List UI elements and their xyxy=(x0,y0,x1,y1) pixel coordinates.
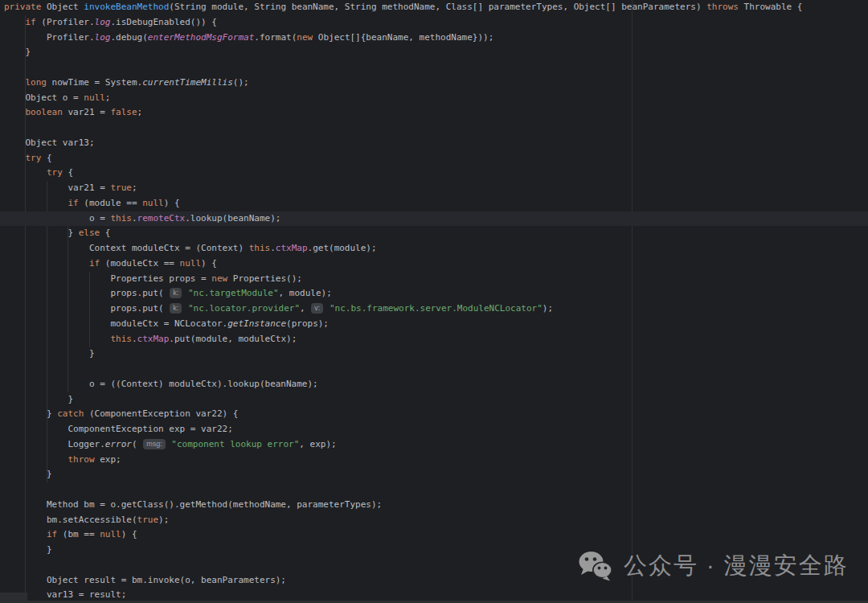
code-token: ); xyxy=(542,303,553,314)
code-token: null xyxy=(180,258,202,269)
code-line[interactable]: } xyxy=(0,392,868,408)
code-token xyxy=(4,198,68,208)
code-line[interactable]: try { xyxy=(0,151,868,166)
code-line-highlighted[interactable]: o = this.remoteCtx.lookup(beanName); xyxy=(0,211,868,227)
code-line[interactable]: Object o = null; xyxy=(0,91,868,106)
code-token: this xyxy=(249,243,271,253)
code-line[interactable] xyxy=(0,60,868,76)
code-token: props.put( xyxy=(4,288,169,298)
code-token: this xyxy=(110,334,132,344)
code-token: ( xyxy=(132,439,142,449)
code-line[interactable]: Logger.error( msg: "component lookup err… xyxy=(0,437,868,453)
code-line[interactable]: Object var13; xyxy=(0,136,868,151)
code-token: new xyxy=(211,273,227,284)
code-line[interactable]: Context moduleCtx = (Context) this.ctxMa… xyxy=(0,241,868,256)
code-line[interactable]: } xyxy=(0,467,868,482)
code-token: bm.setAccessible( xyxy=(4,515,137,525)
code-line[interactable]: if (moduleCtx == null) { xyxy=(0,256,868,272)
code-token: nowTime = System. xyxy=(47,77,142,88)
code-token: .format( xyxy=(254,32,297,43)
code-token: (moduleCtx == xyxy=(100,258,179,269)
code-line[interactable]: moduleCtx = NCLocator.getInstance(props)… xyxy=(0,317,868,332)
code-line[interactable]: try { xyxy=(0,166,868,181)
code-line[interactable]: } xyxy=(0,45,868,60)
code-token: false xyxy=(110,107,137,117)
code-token: Object var13; xyxy=(4,137,95,148)
code-line[interactable]: } catch (ComponentException var22) { xyxy=(0,407,868,422)
code-token: long xyxy=(26,77,47,88)
code-token: ComponentException exp = var22; xyxy=(4,424,233,434)
code-line[interactable]: Properties props = new Properties(); xyxy=(0,272,868,287)
code-token: Method bm = o.getClass().getMethod(metho… xyxy=(4,499,382,510)
code-line[interactable] xyxy=(0,121,868,136)
code-line[interactable]: throw exp; xyxy=(0,453,868,468)
code-line[interactable]: o = ((Context) moduleCtx).lookup(beanNam… xyxy=(0,377,868,392)
code-token: else xyxy=(79,228,100,238)
code-line[interactable]: this.ctxMap.put(module, moduleCtx); xyxy=(0,332,868,347)
code-token: (String module, String beanName, String … xyxy=(169,2,706,12)
code-line[interactable]: props.put( k: "nc.locator.provider", v: … xyxy=(0,302,868,317)
code-token: new xyxy=(297,32,313,43)
code-token: . xyxy=(132,334,137,344)
code-token xyxy=(4,167,47,178)
code-line[interactable]: props.put( k: "nc.targetModule", module)… xyxy=(0,286,868,302)
code-token: ctxMap xyxy=(137,334,170,344)
code-line[interactable]: Method bm = o.getClass().getMethod(metho… xyxy=(0,498,868,513)
code-token: var21 = xyxy=(4,183,110,193)
inlay-hint: msg: xyxy=(143,439,166,449)
code-line[interactable]: if (bm == null) { xyxy=(0,527,868,543)
code-token: var21 = xyxy=(63,107,111,117)
code-token: Object o = xyxy=(4,92,84,103)
inlay-hint: k: xyxy=(170,303,182,314)
code-line[interactable]: boolean var21 = false; xyxy=(0,105,868,121)
code-line[interactable] xyxy=(0,362,868,377)
code-token: true xyxy=(137,515,159,525)
code-token: Properties(); xyxy=(227,273,302,284)
code-token: .get(module); xyxy=(308,243,377,253)
code-token xyxy=(182,288,188,298)
code-token: Object[]{beanName, methodName})); xyxy=(313,32,493,43)
code-token: ) { xyxy=(201,258,217,269)
code-line[interactable]: } else { xyxy=(0,226,868,241)
code-token: } xyxy=(4,228,79,238)
code-token: } xyxy=(4,469,52,479)
code-token: "nc.locator.provider" xyxy=(188,303,300,314)
code-line[interactable]: Profiler.log.debug(enterMethodMsgFormat.… xyxy=(0,31,868,46)
code-line[interactable]: bm.setAccessible(true); xyxy=(0,513,868,528)
wechat-icon xyxy=(577,550,614,582)
code-token: error xyxy=(105,439,132,449)
code-line[interactable] xyxy=(0,482,868,498)
code-token: Object result = bm.invoke(o, beanParamet… xyxy=(4,575,286,585)
code-line[interactable]: ComponentException exp = var22; xyxy=(0,422,868,437)
code-token: if xyxy=(47,529,57,539)
code-line[interactable]: if (Profiler.log.isDebugEnabled()) { xyxy=(0,15,868,31)
inlay-hint: v: xyxy=(311,303,323,314)
code-token: (Profiler. xyxy=(36,17,95,27)
code-token: Properties props = xyxy=(4,273,211,284)
code-line[interactable]: if (module == null) { xyxy=(0,196,868,211)
code-token: log xyxy=(95,32,111,43)
code-token: Profiler. xyxy=(4,32,95,43)
code-token: , exp); xyxy=(299,439,336,449)
code-token: o = xyxy=(4,213,110,224)
code-token: moduleCtx = NCLocator. xyxy=(4,318,227,329)
code-lines: private Object invokeBeanMethod(String m… xyxy=(0,0,868,603)
code-token: log xyxy=(95,17,111,27)
code-line[interactable]: private Object invokeBeanMethod(String m… xyxy=(0,0,868,15)
editor-screen: private Object invokeBeanMethod(String m… xyxy=(0,0,868,603)
code-token: Throwable { xyxy=(739,2,802,12)
code-token: ) { xyxy=(121,529,137,539)
code-line[interactable]: var21 = true; xyxy=(0,181,868,196)
code-line[interactable]: } xyxy=(0,347,868,362)
code-token: props.put( xyxy=(4,303,169,314)
code-token: (ComponentException var22) { xyxy=(84,408,238,419)
code-token: enterMethodMsgFormat xyxy=(148,32,254,43)
code-token: invokeBeanMethod xyxy=(84,2,169,12)
code-token: Logger. xyxy=(4,439,105,449)
code-token: } xyxy=(4,47,31,57)
code-token: (props); xyxy=(286,318,329,329)
code-line[interactable]: long nowTime = System.currentTimeMillis(… xyxy=(0,76,868,91)
code-token: ctxMap xyxy=(276,243,308,253)
code-token xyxy=(324,303,330,314)
code-token: null xyxy=(142,198,164,208)
